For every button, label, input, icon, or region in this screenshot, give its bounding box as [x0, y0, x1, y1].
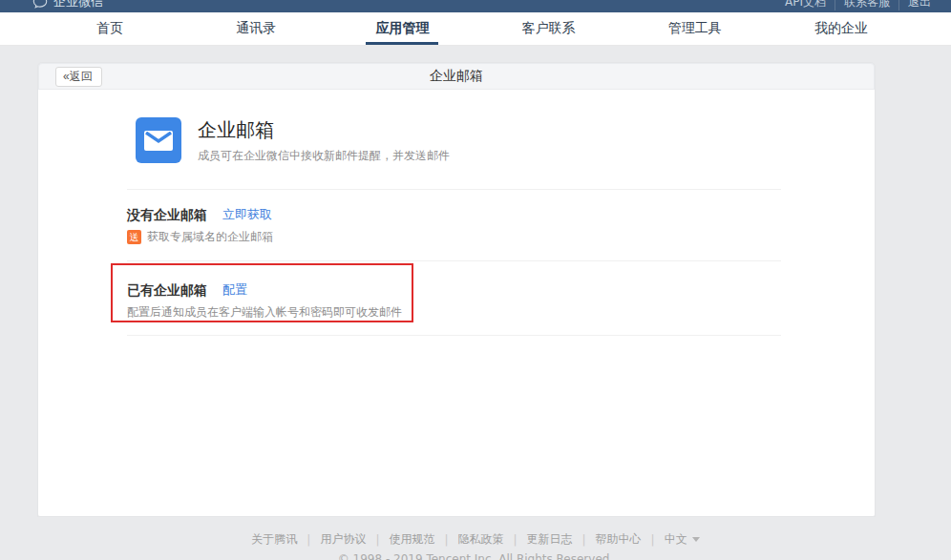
tab-management-tools[interactable]: 管理工具: [643, 12, 748, 45]
card-body: 企业邮箱 成员可在企业微信中接收新邮件提醒，并发送邮件 没有企业邮箱 立即获取 …: [38, 90, 875, 516]
tab-contacts[interactable]: 通讯录: [203, 12, 308, 45]
tab-my-enterprise[interactable]: 我的企业: [789, 12, 894, 45]
language-label: 中文: [665, 531, 687, 548]
brand[interactable]: 企业微信: [32, 0, 103, 10]
section-description: 获取专属域名的企业邮箱: [147, 229, 273, 245]
brand-name: 企业微信: [53, 0, 103, 10]
wechat-work-logo-icon: [32, 0, 48, 10]
section-title: 已有企业邮箱: [127, 280, 207, 300]
usage-rules-link[interactable]: 使用规范: [379, 531, 444, 548]
enterprise-mail-app-icon: [136, 117, 181, 163]
card-header: «返回 企业邮箱: [38, 63, 875, 90]
topbar-links: API文档 联系客服 退出: [776, 0, 940, 10]
footer-links: 关于腾讯| 用户协议| 使用规范| 隐私政策| 更新日志| 帮助中心| 中文: [0, 531, 951, 548]
api-docs-link[interactable]: API文档: [776, 0, 835, 10]
page: 企业微信 API文档 联系客服 退出 首页 通讯录 应用管理 客户联系 管理工具…: [0, 0, 951, 560]
section-no-mailbox: 没有企业邮箱 立即获取 送 获取专属域名的企业邮箱: [38, 190, 875, 260]
app-header: 企业邮箱 成员可在企业微信中接收新邮件提醒，并发送邮件: [38, 90, 875, 164]
topbar: 企业微信 API文档 联系客服 退出: [0, 0, 951, 12]
footer: 关于腾讯| 用户协议| 使用规范| 隐私政策| 更新日志| 帮助中心| 中文 ©…: [0, 531, 951, 560]
envelope-icon: [144, 131, 173, 151]
changelog-link[interactable]: 更新日志: [518, 531, 582, 548]
logout-link[interactable]: 退出: [898, 0, 940, 10]
about-tencent-link[interactable]: 关于腾讯: [242, 531, 306, 548]
gift-badge-icon: 送: [127, 230, 141, 244]
section-existing-mailbox: 已有企业邮箱 配置 配置后通知成员在客户端输入帐号和密码即可收发邮件: [38, 261, 875, 335]
user-agreement-link[interactable]: 用户协议: [310, 531, 375, 548]
privacy-policy-link[interactable]: 隐私政策: [449, 531, 514, 548]
caret-down-icon: [692, 537, 700, 542]
page-title: 企业邮箱: [39, 68, 874, 85]
app-description: 成员可在企业微信中接收新邮件提醒，并发送邮件: [198, 148, 450, 164]
get-now-link[interactable]: 立即获取: [222, 206, 272, 223]
main-nav: 首页 通讯录 应用管理 客户联系 管理工具 我的企业: [0, 12, 951, 46]
tab-customer-contact[interactable]: 客户联系: [497, 12, 602, 45]
configure-link[interactable]: 配置: [222, 281, 247, 299]
help-center-link[interactable]: 帮助中心: [586, 531, 651, 548]
tab-app-management[interactable]: 应用管理: [349, 12, 454, 45]
app-name: 企业邮箱: [198, 117, 450, 142]
copyright: © 1998 - 2019 Tencent Inc. All Rights Re…: [0, 552, 951, 560]
language-selector[interactable]: 中文: [655, 531, 709, 548]
tab-home[interactable]: 首页: [57, 12, 162, 45]
content-card: «返回 企业邮箱 企业邮箱 成员可在企业微信中接收新邮件提醒，并发送邮件: [38, 63, 875, 516]
back-button[interactable]: «返回: [55, 67, 102, 87]
contact-support-link[interactable]: 联系客服: [835, 0, 898, 10]
section-description: 配置后通知成员在客户端输入帐号和密码即可收发邮件: [127, 304, 402, 321]
divider: [127, 335, 781, 336]
section-title: 没有企业邮箱: [127, 205, 207, 224]
